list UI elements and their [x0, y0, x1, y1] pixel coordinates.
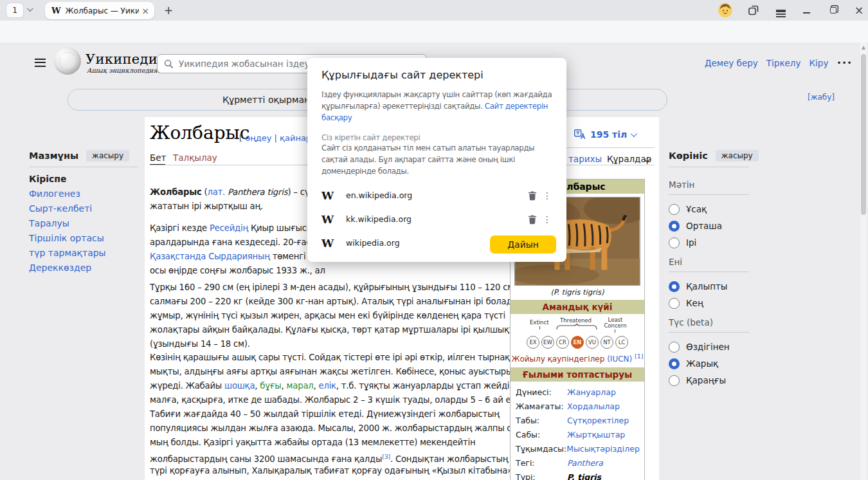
taxonomy-value[interactable]: Жыртқыштар — [567, 430, 625, 439]
language-selector-button[interactable]: 195 тіл — [574, 129, 635, 140]
iucn-link[interactable]: (IUCN) — [607, 355, 632, 364]
radio-option[interactable]: Орташа — [669, 217, 749, 234]
taxonomy-row: Табы:Сүтқоректілер — [516, 413, 639, 427]
radio-option[interactable]: Ұсақ — [669, 201, 749, 217]
radio-icon[interactable] — [669, 237, 680, 248]
article-text: Panthera tigris — [228, 187, 287, 197]
status-label-least-concern: Least Concern — [602, 317, 628, 329]
article-text: аралдарында ғана кездеседі. 20-ғасырд — [150, 237, 329, 247]
radio-option[interactable]: Кең — [669, 295, 749, 311]
tab-panels-icon[interactable] — [746, 3, 761, 17]
radio-option[interactable]: Қараңғы — [669, 372, 749, 389]
taxonomy-value[interactable]: Жануарлар — [567, 387, 616, 397]
taxonomy-value[interactable]: Сүтқоректілер — [567, 416, 629, 425]
wiki-link[interactable]: [3] — [382, 453, 390, 460]
radio-icon[interactable] — [669, 342, 680, 353]
radio-selected-icon[interactable] — [669, 221, 680, 232]
chevron-down-icon[interactable] — [27, 5, 33, 12]
site-options-icon[interactable]: ⋮ — [542, 190, 552, 201]
wiki-link[interactable]: Ресейдің — [210, 223, 248, 233]
profile-avatar[interactable] — [718, 3, 733, 17]
toc-item[interactable]: Кіріспе — [29, 174, 138, 189]
tab-article[interactable]: Бет — [150, 152, 166, 163]
radio-selected-icon[interactable] — [669, 281, 680, 292]
window-close-button[interactable]: × — [851, 3, 867, 17]
appearance-section: Түс (beta)ӨздігіненЖарықҚараңғы — [669, 311, 749, 389]
wiki-link[interactable]: елік — [318, 381, 336, 391]
toc-item[interactable]: Дереккөздер — [29, 263, 138, 277]
window-minimize-button[interactable] — [799, 6, 814, 20]
wiki-link[interactable]: шошқа — [224, 381, 255, 391]
tab-counter-button[interactable]: 1 — [6, 3, 23, 17]
banner-close-link[interactable]: [жабу] — [808, 93, 835, 102]
radio-option[interactable]: Өздігінен — [669, 338, 749, 355]
taxonomy-row: Тұқымдасы:Мысықтәрізділер — [516, 441, 639, 456]
window-restore-button[interactable] — [826, 3, 841, 17]
done-button[interactable]: Дайын — [490, 235, 556, 254]
delete-site-icon[interactable] — [523, 190, 542, 201]
site-options-icon[interactable]: ⋮ — [542, 214, 552, 225]
toc-item[interactable]: Филогенез — [29, 189, 138, 203]
radio-option[interactable]: Жарық — [669, 355, 749, 372]
article-text: ( — [202, 187, 208, 197]
login-link[interactable]: Кіру — [809, 58, 828, 68]
wiki-link[interactable]: Қазақстанда Сырдарияның — [150, 252, 270, 261]
taxonomy-value[interactable]: Мысықтәрізділер — [566, 444, 640, 454]
page-scrollbar[interactable] — [860, 42, 867, 480]
wiki-link[interactable]: марал — [287, 381, 314, 391]
radio-label: Орташа — [686, 221, 722, 231]
wikipedia-wordmark[interactable]: УикипедиЯ — [86, 51, 168, 67]
radio-option[interactable]: Ірі — [669, 234, 749, 251]
status-code-cr: CR — [556, 336, 569, 349]
article-text: Жолбарыс — [150, 187, 202, 197]
new-tab-button[interactable]: + — [161, 3, 176, 18]
radio-icon[interactable] — [669, 204, 680, 215]
view-history-link[interactable]: тарихы — [568, 154, 602, 164]
wikipedia-logo[interactable] — [54, 48, 81, 75]
header-more-icon[interactable]: ••• — [836, 59, 852, 68]
radio-label: Ірі — [686, 237, 696, 248]
site-row: Wen.wikipedia.org⋮ — [321, 183, 552, 207]
toc-hide-button[interactable]: жасыру — [86, 150, 129, 162]
wikipedia-tagline: Ашық энциклопедиясы — [87, 67, 166, 74]
radio-label: Ұсақ — [686, 204, 707, 214]
toc-item[interactable]: Сырт-келбеті — [29, 203, 138, 218]
edit-link[interactable]: өңдеу — [245, 133, 271, 143]
radio-selected-icon[interactable] — [669, 358, 680, 369]
taxonomy-value[interactable]: Panthera — [567, 458, 603, 468]
tab-talk[interactable]: Талқылау — [173, 152, 217, 163]
wiki-link[interactable]: лат. — [208, 187, 226, 197]
scrollbar-thumb[interactable] — [861, 54, 866, 215]
delete-site-icon[interactable] — [523, 214, 542, 225]
page-title: Жолбарыс — [150, 122, 250, 143]
site-domain: en.wikipedia.org — [346, 190, 523, 200]
appearance-section: ЕніҚалыптыКең — [669, 251, 749, 311]
browser-menu-icon[interactable] — [773, 3, 788, 17]
taxonomy-row: Сабы:Жыртқыштар — [516, 427, 639, 441]
radio-icon[interactable] — [669, 375, 680, 386]
donate-link[interactable]: Демеу беру — [705, 58, 758, 68]
appearance-hide-button[interactable]: жасыру — [716, 150, 759, 162]
reference-link[interactable]: [1] — [635, 353, 643, 360]
radio-option[interactable]: Қалыпты — [669, 278, 749, 295]
taxonomy-label: Түрі: — [516, 472, 567, 480]
taxonomy-value[interactable]: Хордалылар — [567, 402, 620, 411]
status-code-nt: NT — [601, 336, 613, 349]
radio-label: Қалыпты — [686, 281, 728, 291]
browser-tab[interactable]: W Жолбарыс — Уикипеди × — [45, 2, 154, 19]
wiki-menu-icon[interactable] — [35, 57, 46, 69]
toc-item[interactable]: Таралуы — [29, 218, 138, 233]
section-label: Ені — [669, 251, 749, 272]
taxonomy-label: Тегі: — [516, 458, 567, 468]
wiki-header-links: Демеу беру Тіркелу Кіру ••• — [705, 58, 853, 68]
taxonomy-value: P. tigris — [567, 472, 601, 480]
scrollbar-up-arrow[interactable] — [862, 46, 865, 50]
toc-item[interactable]: Тіршілік ортасы — [29, 233, 138, 248]
register-link[interactable]: Тіркелу — [766, 58, 801, 68]
radio-label: Кең — [686, 298, 703, 308]
site-data-dialog: Құрылғыдағы сайт деректері Іздеу функция… — [307, 58, 566, 262]
radio-icon[interactable] — [669, 298, 680, 309]
toc-item[interactable]: түр тармақтары — [29, 248, 138, 263]
wiki-link[interactable]: бұғы — [260, 381, 281, 391]
tab-close-icon[interactable]: × — [141, 6, 149, 16]
